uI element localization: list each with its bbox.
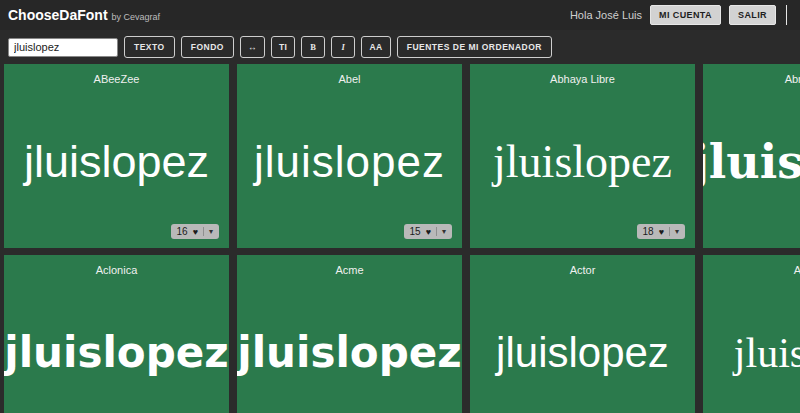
search-input[interactable] bbox=[8, 38, 118, 57]
likes-count: 15 bbox=[410, 226, 421, 237]
app-logo: ChooseDaFontby Cevagraf bbox=[8, 6, 160, 24]
chevron-down-icon[interactable]: ▾ bbox=[669, 227, 679, 236]
font-name: Abel bbox=[338, 73, 360, 85]
font-sample: jluislopez bbox=[237, 276, 461, 413]
brand-title: ChooseDaFont bbox=[8, 7, 108, 23]
font-name: Abhaya Libre bbox=[550, 73, 615, 85]
chevron-down-icon[interactable]: ▾ bbox=[436, 227, 446, 236]
likes-badge[interactable]: 15 ♥ ▾ bbox=[404, 224, 452, 239]
logout-button[interactable]: SALIR bbox=[729, 5, 776, 25]
font-card-abril-fatface[interactable]: Abril Fatface jluislopez bbox=[703, 64, 800, 248]
font-name: Actor bbox=[570, 264, 596, 276]
bold-button[interactable]: B bbox=[301, 36, 325, 58]
font-name: Acme bbox=[335, 264, 363, 276]
font-sample: jluislopez bbox=[703, 85, 800, 248]
header-edge-divider bbox=[786, 5, 792, 25]
text-color-button[interactable]: TEXTO bbox=[124, 36, 175, 58]
user-greeting: Hola José Luis bbox=[570, 9, 642, 21]
font-name: Aclonica bbox=[96, 264, 138, 276]
letter-spacing-icon[interactable]: ↔ bbox=[240, 36, 265, 58]
local-fonts-button[interactable]: FUENTES DE MI ORDENADOR bbox=[397, 36, 552, 58]
heart-icon[interactable]: ♥ bbox=[426, 227, 431, 237]
my-account-button[interactable]: MI CUENTA bbox=[650, 5, 721, 25]
brand-suffix: by Cevagraf bbox=[112, 12, 161, 22]
case-toggle-button[interactable]: TI bbox=[271, 36, 296, 58]
font-card-adamina[interactable]: Adamina jluislopez bbox=[703, 255, 800, 413]
font-card-acme[interactable]: Acme jluislopez 7 ♥ ▾ bbox=[237, 255, 462, 413]
font-name: Adamina bbox=[794, 264, 800, 276]
font-sample: jluislopez bbox=[734, 276, 800, 413]
heart-icon[interactable]: ♥ bbox=[659, 227, 664, 237]
likes-count: 16 bbox=[177, 226, 188, 237]
likes-badge[interactable]: 18 ♥ ▾ bbox=[637, 224, 685, 239]
chevron-down-icon[interactable]: ▾ bbox=[203, 227, 213, 236]
font-toolbar: TEXTO FONDO ↔ TI B I AA FUENTES DE MI OR… bbox=[0, 30, 800, 64]
header-right: Hola José Luis MI CUENTA SALIR bbox=[570, 5, 792, 25]
font-card-abeezee[interactable]: ABeeZee jluislopez 16 ♥ ▾ bbox=[4, 64, 229, 248]
app-header: ChooseDaFontby Cevagraf Hola José Luis M… bbox=[0, 0, 800, 30]
font-card-abel[interactable]: Abel jluislopez 15 ♥ ▾ bbox=[237, 64, 462, 248]
heart-icon[interactable]: ♥ bbox=[193, 227, 198, 237]
font-card-aclonica[interactable]: Aclonica jluislopez 4 ♥ ▾ bbox=[4, 255, 229, 413]
font-size-button[interactable]: AA bbox=[361, 36, 390, 58]
font-name: ABeeZee bbox=[94, 73, 140, 85]
likes-count: 18 bbox=[643, 226, 654, 237]
font-card-abhaya-libre[interactable]: Abhaya Libre jluislopez 18 ♥ ▾ bbox=[470, 64, 695, 248]
likes-badge[interactable]: 16 ♥ ▾ bbox=[171, 224, 219, 239]
italic-button[interactable]: I bbox=[331, 36, 355, 58]
font-card-actor[interactable]: Actor jluislopez 9 ♥ ▾ bbox=[470, 255, 695, 413]
font-sample: jluislopez bbox=[496, 276, 669, 413]
background-color-button[interactable]: FONDO bbox=[181, 36, 234, 58]
font-name: Abril Fatface bbox=[785, 73, 800, 85]
font-card-grid: ABeeZee jluislopez 16 ♥ ▾ Abel jluislope… bbox=[0, 64, 800, 413]
font-sample: jluislopez bbox=[4, 276, 228, 413]
